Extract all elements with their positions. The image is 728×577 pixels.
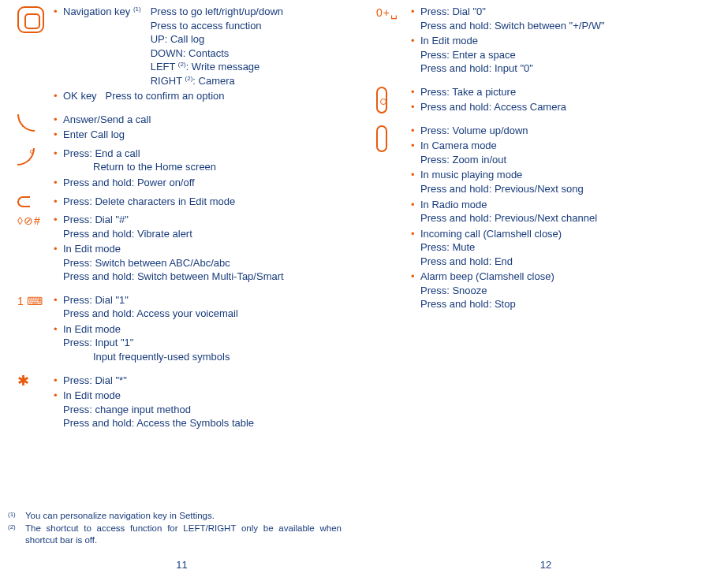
- item-nav-key: Navigation key (1) Press to go left/righ…: [54, 5, 356, 87]
- item-ok-key: OK key Press to confirm an option: [54, 89, 356, 103]
- item-zero-b: In Edit mode Press: Enter a space Press …: [411, 34, 720, 76]
- footnote-ref-1: (1): [133, 6, 141, 13]
- nav-line-2: UP: Call log: [151, 32, 356, 47]
- page-left: Navigation key (1) Press to go left/righ…: [0, 0, 364, 577]
- hash-key-icon: ◊⊘#: [17, 214, 41, 227]
- item-vol-1: In Camera mode Press: Zoom in/out: [411, 139, 720, 166]
- footnotes: (1) You can personalize navigation key i…: [8, 510, 342, 547]
- item-end-a: Press: End a call Return to the Home scr…: [54, 147, 356, 174]
- nav-line-3: DOWN: Contacts: [151, 47, 356, 61]
- item-hash-a: Press: Dial "#" Press and hold: Vibrate …: [54, 213, 356, 240]
- footnote-1: (1) You can personalize navigation key i…: [8, 510, 342, 523]
- one-key-icon: 1 ⌨: [17, 295, 43, 307]
- item-hash-b: In Edit mode Press: Switch between ABC/A…: [54, 242, 356, 284]
- star-key-icon: ✱: [17, 375, 29, 386]
- clear-key-icon: [17, 196, 30, 207]
- row-zero: 0+␣ Press: Dial "0" Press and hold: Swit…: [371, 5, 720, 77]
- camera-key-icon: [376, 87, 387, 114]
- nav-key-icon: [17, 6, 44, 33]
- item-end-b: Press and hold: Power on/off: [54, 176, 356, 190]
- ok-desc: Press to confirm an option: [105, 90, 224, 102]
- footnote-2: (2) The shortcut to access function for …: [8, 523, 342, 547]
- row-hash: ◊⊘# Press: Dial "#" Press and hold: Vibr…: [8, 213, 356, 285]
- right-content: 0+␣ Press: Dial "0" Press and hold: Swit…: [364, 0, 728, 313]
- item-one-a: Press: Dial "1" Press and hold: Access y…: [54, 293, 356, 321]
- row-one: 1 ⌨ Press: Dial "1" Press and hold: Acce…: [8, 293, 356, 366]
- ok-label: OK key: [63, 90, 97, 102]
- row-end: Press: End a call Return to the Home scr…: [8, 147, 356, 192]
- nav-key-label: Navigation key: [63, 6, 130, 17]
- left-content: Navigation key (1) Press to go left/righ…: [0, 0, 364, 432]
- row-camera: Press: Take a picture Press and hold: Ac…: [371, 85, 720, 116]
- item-star-b: In Edit mode Press: change input method …: [54, 389, 356, 430]
- row-nav-key: Navigation key (1) Press to go left/righ…: [8, 5, 356, 105]
- item-call-log: Enter Call log: [54, 128, 356, 142]
- nav-line-0: Press to go left/right/up/down: [151, 5, 356, 19]
- item-delete: Press: Delete characters in Edit mode: [54, 195, 356, 209]
- row-star: ✱ Press: Dial "*" In Edit mode Press: ch…: [8, 374, 356, 432]
- zero-key-icon: 0+␣: [376, 6, 398, 19]
- page-right: 0+␣ Press: Dial "0" Press and hold: Swit…: [364, 0, 728, 577]
- nav-line-right: RIGHT (2): Camera: [151, 74, 356, 88]
- row-answer: Answer/Send a call Enter Call log: [8, 113, 356, 143]
- row-volume: Press: Volume up/down In Camera mode Pre…: [371, 124, 720, 313]
- row-delete: Press: Delete characters in Edit mode: [8, 195, 356, 210]
- page-number-left: 11: [176, 559, 187, 571]
- item-one-b: In Edit mode Press: Input "1" Input freq…: [54, 322, 356, 364]
- nav-line-left: LEFT (2): Write message: [151, 60, 356, 74]
- send-key-icon: [17, 114, 35, 132]
- item-answer: Answer/Send a call: [54, 113, 356, 127]
- item-zero-a: Press: Dial "0" Press and hold: Switch b…: [411, 5, 720, 32]
- item-vol-4: Incoming call (Clamshell close) Press: M…: [411, 227, 720, 269]
- page-number-right: 12: [540, 559, 551, 571]
- item-star-a: Press: Dial "*": [54, 374, 356, 388]
- item-vol-2: In music playing mode Press and hold: Pr…: [411, 168, 720, 195]
- end-key-icon: [17, 148, 35, 166]
- volume-key-icon: [376, 125, 387, 152]
- item-vol-3: In Radio mode Press and hold: Previous/N…: [411, 198, 720, 225]
- item-vol-0: Press: Volume up/down: [411, 124, 720, 138]
- item-vol-5: Alarm beep (Clamshell close) Press: Snoo…: [411, 270, 720, 311]
- item-camera-b: Press and hold: Access Camera: [411, 100, 720, 114]
- nav-line-1: Press to access function: [151, 19, 356, 33]
- item-camera-a: Press: Take a picture: [411, 85, 720, 99]
